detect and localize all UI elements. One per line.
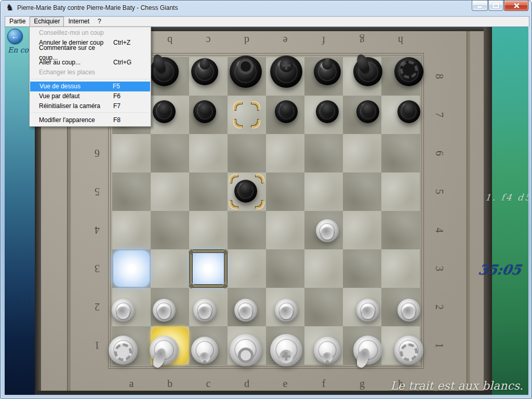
- file-label-bottom-e: e: [266, 376, 304, 391]
- square-f2[interactable]: [304, 288, 343, 326]
- piece-head: [321, 227, 334, 240]
- piece-white-bishop-f1[interactable]: [314, 337, 341, 364]
- piece-white-pawn-f4[interactable]: [316, 219, 339, 242]
- piece-head: [400, 343, 418, 361]
- piece-black-rook-h8[interactable]: [394, 57, 423, 86]
- piece-white-king-e1[interactable]: [270, 334, 302, 366]
- square-e3[interactable]: [266, 249, 304, 288]
- square-h5[interactable]: [381, 172, 420, 211]
- menu-item-label: Aller au coup...: [30, 58, 113, 68]
- square-e6[interactable]: [266, 134, 304, 172]
- square-b4[interactable]: [151, 211, 189, 249]
- menu-item-conseillez-moi-un-coup[interactable]: Conseillez-moi un coup: [30, 28, 151, 38]
- piece-black-pawn-e7[interactable]: [275, 100, 298, 123]
- rank-label-right-1: 1: [420, 337, 459, 354]
- back-arrow-icon: ←: [11, 32, 19, 41]
- square-d4[interactable]: [228, 211, 266, 249]
- back-button[interactable]: ←: [7, 29, 23, 44]
- square-a4[interactable]: [112, 211, 151, 249]
- menubar-item-echiquier[interactable]: Echiquier: [30, 17, 64, 27]
- square-b5[interactable]: [151, 172, 189, 211]
- square-a6[interactable]: [112, 134, 151, 172]
- echiquier-context-menu: Conseillez-moi un coupAnnuler le dernier…: [29, 26, 151, 127]
- square-c5[interactable]: [189, 172, 228, 211]
- square-c4[interactable]: [189, 211, 228, 249]
- menu-item-label: Conseillez-moi un coup: [30, 28, 113, 38]
- menubar-item-internet[interactable]: Internet: [64, 17, 94, 27]
- close-button[interactable]: [504, 1, 528, 11]
- square-d3[interactable]: [228, 249, 266, 288]
- menubar-item-partie[interactable]: Partie: [5, 17, 30, 27]
- menu-item-r-initialiser-la-cam-ra[interactable]: Réinitialiser la caméraF7: [30, 101, 151, 111]
- piece-white-pawn-g2[interactable]: [356, 299, 379, 322]
- close-icon: [513, 3, 520, 9]
- square-b6[interactable]: [151, 134, 189, 172]
- square-e4[interactable]: [266, 211, 304, 249]
- menu-item-aller-au-coup[interactable]: Aller au coup...Ctrl+G: [30, 58, 151, 68]
- piece-head: [280, 350, 293, 363]
- piece-black-pawn-c7[interactable]: [193, 100, 216, 123]
- square-b3[interactable]: [151, 249, 189, 288]
- move-target-highlight-a3[interactable]: [112, 249, 151, 288]
- menu-item-commentaire-sur-ce-coup[interactable]: Commentaire sur ce coup...: [30, 48, 151, 58]
- piece-black-knight-g8[interactable]: [353, 57, 382, 86]
- square-e5[interactable]: [266, 172, 304, 211]
- square-f3[interactable]: [304, 249, 343, 288]
- piece-white-queen-d1[interactable]: [230, 334, 262, 366]
- piece-black-bishop-f8[interactable]: [314, 58, 341, 85]
- rank-label-left-4: 4: [89, 211, 105, 249]
- piece-white-knight-g1[interactable]: [353, 336, 382, 365]
- piece-black-pawn-f7[interactable]: [316, 100, 339, 123]
- menu-item-label: Echanger les places: [30, 68, 113, 77]
- square-g3[interactable]: [343, 249, 381, 288]
- piece-head: [200, 59, 210, 70]
- piece-white-pawn-a2[interactable]: [112, 299, 135, 322]
- menu-item-echanger-les-places[interactable]: Echanger les places: [30, 68, 151, 77]
- file-label-top-h: h: [381, 33, 420, 48]
- rank-label-right-3: 3: [420, 260, 459, 277]
- square-f5[interactable]: [304, 172, 343, 211]
- minimize-button[interactable]: [472, 1, 488, 11]
- piece-black-pawn-g7[interactable]: [356, 100, 379, 123]
- square-h4[interactable]: [381, 211, 420, 249]
- piece-white-pawn-b2[interactable]: [153, 299, 176, 322]
- square-h6[interactable]: [381, 134, 420, 172]
- piece-white-knight-b1[interactable]: [150, 336, 179, 365]
- piece-black-pawn-b7[interactable]: [153, 100, 176, 123]
- menu-item-modifier-l-apparence[interactable]: Modifier l'apparenceF8: [30, 115, 151, 125]
- maximize-button[interactable]: [488, 1, 503, 11]
- square-d6[interactable]: [228, 134, 266, 172]
- file-label-bottom-c: c: [189, 376, 228, 391]
- piece-head: [280, 59, 293, 72]
- board-squares: [112, 57, 420, 365]
- piece-black-king-e8[interactable]: [270, 56, 302, 88]
- square-g4[interactable]: [343, 211, 381, 249]
- piece-white-pawn-h2[interactable]: [397, 299, 420, 322]
- square-g6[interactable]: [343, 134, 381, 172]
- last-move-from-marker-d7: [228, 96, 266, 134]
- piece-head: [238, 348, 254, 363]
- square-c6[interactable]: [189, 134, 228, 172]
- piece-black-knight-b8[interactable]: [150, 57, 179, 86]
- piece-head: [280, 307, 292, 319]
- piece-black-pawn-d5[interactable]: [234, 180, 257, 203]
- square-g5[interactable]: [343, 172, 381, 211]
- piece-black-bishop-c8[interactable]: [191, 58, 218, 85]
- square-f6[interactable]: [304, 134, 343, 172]
- piece-white-pawn-c2[interactable]: [193, 299, 216, 322]
- cursor-frame-c3[interactable]: [189, 249, 228, 288]
- square-a5[interactable]: [112, 172, 151, 211]
- menu-item-vue-de-dessus[interactable]: Vue de dessusF5: [30, 82, 150, 91]
- piece-white-pawn-e2[interactable]: [275, 299, 298, 322]
- piece-white-rook-h1[interactable]: [394, 336, 423, 365]
- menubar-item-?[interactable]: ?: [94, 17, 105, 27]
- piece-white-pawn-d2[interactable]: [234, 299, 257, 322]
- ornate-cursor-frame: [190, 250, 227, 287]
- piece-white-rook-a1[interactable]: [109, 336, 138, 365]
- rank-label-left-6: 6: [89, 134, 105, 172]
- square-h3[interactable]: [381, 249, 420, 288]
- piece-white-bishop-c1[interactable]: [191, 337, 218, 364]
- piece-black-queen-d8[interactable]: [230, 56, 262, 88]
- menu-item-vue-par-d-faut[interactable]: Vue par défautF6: [30, 91, 151, 101]
- piece-black-pawn-h7[interactable]: [397, 100, 420, 123]
